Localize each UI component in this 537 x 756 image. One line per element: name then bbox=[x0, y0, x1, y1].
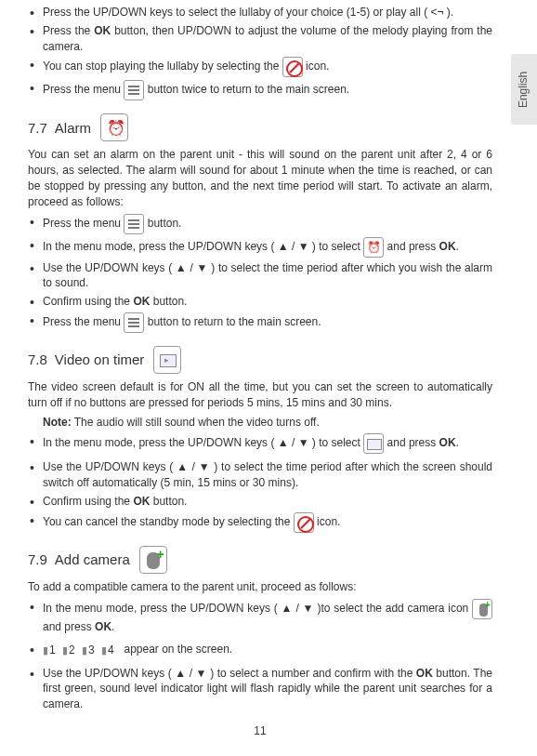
video-timer-icon bbox=[363, 433, 384, 454]
language-label: English bbox=[517, 71, 532, 107]
video-timer-icon bbox=[153, 346, 181, 374]
section-7-7-heading: 7.7Alarm bbox=[28, 113, 492, 141]
list-item: Use the UP/DOWN keys ( ▲ / ▼ ) to select… bbox=[28, 459, 492, 491]
video-timer-instructions: In the menu mode, press the UP/DOWN keys… bbox=[28, 433, 492, 532]
alarm-instructions: Press the menu button. In the menu mode,… bbox=[28, 214, 492, 333]
page-content: Press the UP/DOWN keys to select the lul… bbox=[0, 0, 537, 739]
section-7-9-heading: 7.9Add camera bbox=[28, 546, 492, 574]
section-7-7-intro: You can set an alarm on the parent unit … bbox=[28, 147, 492, 209]
list-item: Use the UP/DOWN keys ( ▲ / ▼ ) to select… bbox=[28, 666, 492, 712]
add-camera-icon bbox=[139, 546, 167, 574]
camera-number-icon: 3 bbox=[82, 643, 95, 658]
list-item: Use the UP/DOWN keys ( ▲ / ▼ ) to select… bbox=[28, 260, 492, 292]
language-tab: English bbox=[511, 54, 537, 125]
camera-number-icon: 2 bbox=[62, 643, 75, 658]
add-camera-instructions: In the menu mode, press the UP/DOWN keys… bbox=[28, 599, 492, 712]
list-item: Confirm using the OK button. bbox=[28, 494, 492, 510]
menu-icon bbox=[124, 80, 144, 100]
alarm-icon bbox=[100, 113, 128, 141]
section-7-8-intro: The video screen default is for ON all t… bbox=[28, 379, 492, 411]
lullaby-instructions: Press the UP/DOWN keys to select the lul… bbox=[28, 5, 492, 100]
list-item: Press the menu button twice to return to… bbox=[28, 80, 492, 100]
list-item: 1 2 3 4 appear on the screen. bbox=[28, 642, 492, 657]
list-item: In the menu mode, press the UP/DOWN keys… bbox=[28, 433, 492, 454]
list-item: Press the UP/DOWN keys to select the lul… bbox=[28, 5, 492, 20]
menu-icon bbox=[124, 312, 144, 333]
list-item: Press the menu button. bbox=[28, 214, 492, 234]
list-item: You can cancel the standby mode by selec… bbox=[28, 512, 492, 533]
alarm-icon bbox=[363, 237, 384, 258]
prohibit-icon bbox=[294, 512, 314, 533]
menu-icon bbox=[124, 214, 144, 234]
camera-number-icon: 1 bbox=[43, 643, 56, 658]
add-camera-icon bbox=[472, 599, 492, 619]
list-item: In the menu mode, press the UP/DOWN keys… bbox=[28, 599, 492, 635]
list-item: Press the menu button to return to the m… bbox=[28, 312, 492, 333]
note: Note: The audio will still sound when th… bbox=[28, 415, 492, 431]
section-7-8-heading: 7.8Video on timer bbox=[28, 346, 492, 374]
list-item: In the menu mode, press the UP/DOWN keys… bbox=[28, 237, 492, 258]
camera-number-icon: 4 bbox=[101, 643, 114, 658]
list-item: Confirm using the OK button. bbox=[28, 294, 492, 310]
list-item: You can stop playing the lullaby by sele… bbox=[28, 57, 492, 77]
section-7-9-intro: To add a compatible camera to the parent… bbox=[28, 579, 492, 595]
list-item: Press the OK button, then UP/DOWN to adj… bbox=[28, 23, 492, 55]
prohibit-icon bbox=[282, 57, 303, 77]
page-number: 11 bbox=[28, 723, 492, 739]
